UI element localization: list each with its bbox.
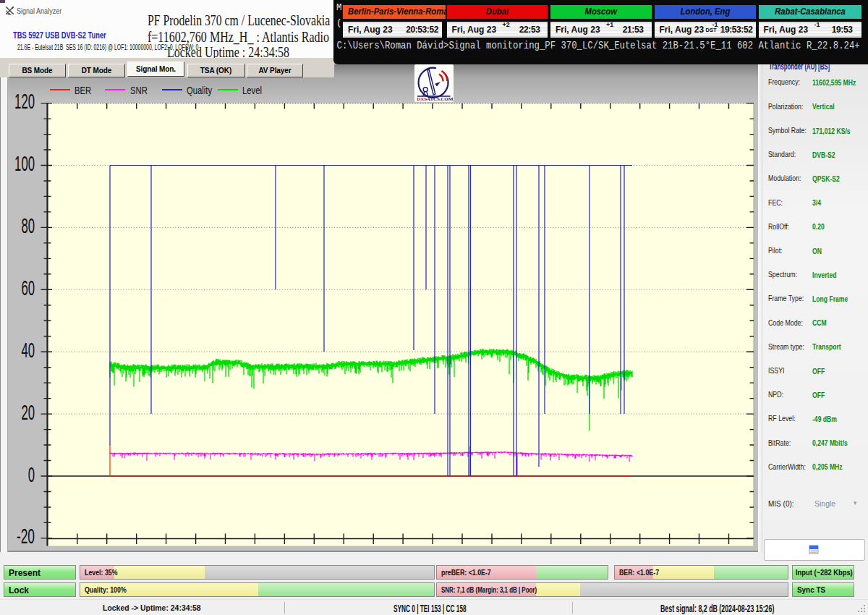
svg-text:60: 60 <box>21 276 35 300</box>
svg-text:0: 0 <box>28 462 35 486</box>
svg-text:20: 20 <box>21 400 35 424</box>
svg-text:120: 120 <box>14 89 35 113</box>
svg-text:40: 40 <box>21 338 35 362</box>
svg-text:80: 80 <box>21 213 35 237</box>
svg-text:-20: -20 <box>17 524 35 548</box>
svg-text:100: 100 <box>14 151 35 175</box>
svg-text:DXSATCS.COM: DXSATCS.COM <box>417 96 454 102</box>
